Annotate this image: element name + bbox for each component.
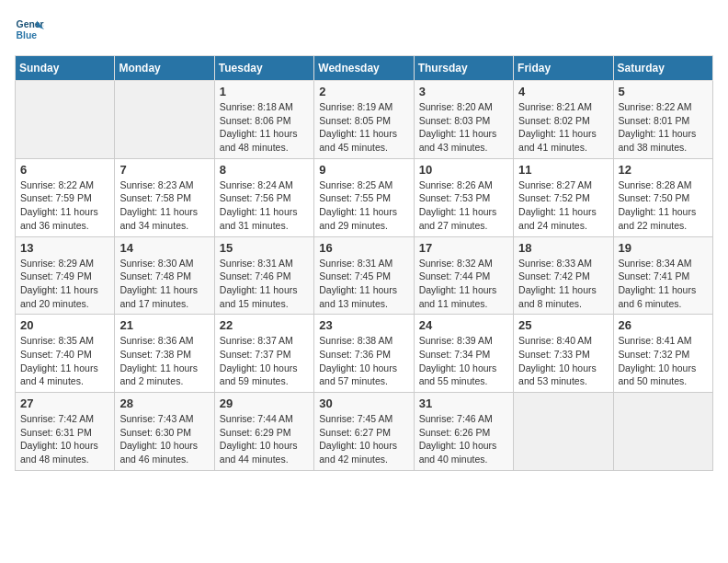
day-info: Sunrise: 8:26 AM Sunset: 7:53 PM Dayligh… [419,178,508,233]
day-number: 26 [619,318,708,332]
calendar-week-4: 20Sunrise: 8:35 AM Sunset: 7:40 PM Dayli… [16,315,713,393]
day-number: 8 [220,163,309,177]
logo-icon: General Blue [15,15,44,44]
calendar-cell: 31Sunrise: 7:46 AM Sunset: 6:26 PM Dayli… [414,393,513,471]
day-number: 22 [220,318,309,332]
day-number: 25 [518,318,608,332]
day-info: Sunrise: 8:33 AM Sunset: 7:42 PM Dayligh… [518,257,608,311]
day-number: 18 [518,241,608,255]
svg-text:Blue: Blue [17,30,38,40]
day-number: 29 [220,396,309,410]
day-info: Sunrise: 8:22 AM Sunset: 8:01 PM Dayligh… [619,100,708,155]
column-header-tuesday: Tuesday [214,56,313,81]
day-info: Sunrise: 7:46 AM Sunset: 6:26 PM Dayligh… [419,412,508,466]
calendar-week-1: 1Sunrise: 8:18 AM Sunset: 8:06 PM Daylig… [16,81,713,159]
day-number: 14 [119,241,209,255]
day-info: Sunrise: 8:31 AM Sunset: 7:46 PM Dayligh… [220,257,309,311]
calendar-cell: 22Sunrise: 8:37 AM Sunset: 7:37 PM Dayli… [214,315,313,393]
day-number: 6 [20,163,109,177]
calendar-cell: 12Sunrise: 8:28 AM Sunset: 7:50 PM Dayli… [613,158,712,236]
calendar-week-2: 6Sunrise: 8:22 AM Sunset: 7:59 PM Daylig… [16,158,713,236]
day-number: 23 [319,318,408,332]
day-info: Sunrise: 8:18 AM Sunset: 8:06 PM Dayligh… [220,100,309,155]
calendar-cell: 6Sunrise: 8:22 AM Sunset: 7:59 PM Daylig… [16,158,115,236]
day-info: Sunrise: 8:31 AM Sunset: 7:45 PM Dayligh… [319,257,408,311]
calendar-cell: 13Sunrise: 8:29 AM Sunset: 7:49 PM Dayli… [16,236,115,315]
calendar-cell: 9Sunrise: 8:25 AM Sunset: 7:55 PM Daylig… [314,158,414,236]
calendar-cell: 19Sunrise: 8:34 AM Sunset: 7:41 PM Dayli… [613,236,712,315]
calendar-cell [115,81,214,159]
calendar-cell: 27Sunrise: 7:42 AM Sunset: 6:31 PM Dayli… [16,393,115,471]
column-header-thursday: Thursday [414,56,513,81]
day-number: 20 [20,318,109,332]
logo: General Blue [15,15,44,44]
calendar-cell: 18Sunrise: 8:33 AM Sunset: 7:42 PM Dayli… [514,236,613,315]
day-info: Sunrise: 8:34 AM Sunset: 7:41 PM Dayligh… [619,257,708,311]
day-number: 9 [319,163,408,177]
day-info: Sunrise: 8:30 AM Sunset: 7:48 PM Dayligh… [119,257,209,311]
page-header: General Blue [15,15,713,44]
day-number: 21 [119,318,209,332]
calendar-cell: 10Sunrise: 8:26 AM Sunset: 7:53 PM Dayli… [414,158,513,236]
calendar-cell [16,81,115,159]
day-number: 16 [319,241,408,255]
calendar-cell: 24Sunrise: 8:39 AM Sunset: 7:34 PM Dayli… [414,315,513,393]
calendar-cell: 23Sunrise: 8:38 AM Sunset: 7:36 PM Dayli… [314,315,414,393]
day-info: Sunrise: 8:32 AM Sunset: 7:44 PM Dayligh… [419,257,508,311]
day-number: 13 [20,241,109,255]
day-info: Sunrise: 8:41 AM Sunset: 7:32 PM Dayligh… [619,334,708,388]
day-number: 30 [319,396,408,410]
day-info: Sunrise: 8:36 AM Sunset: 7:38 PM Dayligh… [119,334,209,388]
day-info: Sunrise: 8:23 AM Sunset: 7:58 PM Dayligh… [119,178,209,233]
day-info: Sunrise: 8:19 AM Sunset: 8:05 PM Dayligh… [319,100,408,155]
day-number: 11 [518,163,608,177]
calendar-cell [613,393,712,471]
day-info: Sunrise: 8:39 AM Sunset: 7:34 PM Dayligh… [419,334,508,388]
calendar-cell: 3Sunrise: 8:20 AM Sunset: 8:03 PM Daylig… [414,81,513,159]
day-number: 5 [619,85,708,98]
day-info: Sunrise: 8:29 AM Sunset: 7:49 PM Dayligh… [20,257,109,311]
day-number: 3 [419,85,508,98]
day-number: 28 [119,396,209,410]
calendar-cell: 20Sunrise: 8:35 AM Sunset: 7:40 PM Dayli… [16,315,115,393]
day-info: Sunrise: 8:21 AM Sunset: 8:02 PM Dayligh… [518,100,608,155]
column-header-wednesday: Wednesday [314,56,414,81]
day-info: Sunrise: 8:22 AM Sunset: 7:59 PM Dayligh… [20,178,109,233]
day-number: 2 [319,85,408,98]
calendar-cell: 1Sunrise: 8:18 AM Sunset: 8:06 PM Daylig… [214,81,313,159]
day-number: 10 [419,163,508,177]
day-number: 15 [220,241,309,255]
calendar-week-5: 27Sunrise: 7:42 AM Sunset: 6:31 PM Dayli… [16,393,713,471]
day-info: Sunrise: 8:37 AM Sunset: 7:37 PM Dayligh… [220,334,309,388]
calendar-cell: 8Sunrise: 8:24 AM Sunset: 7:56 PM Daylig… [214,158,313,236]
column-header-monday: Monday [115,56,214,81]
day-info: Sunrise: 8:25 AM Sunset: 7:55 PM Dayligh… [319,178,408,233]
day-info: Sunrise: 8:20 AM Sunset: 8:03 PM Dayligh… [419,100,508,155]
calendar-cell: 4Sunrise: 8:21 AM Sunset: 8:02 PM Daylig… [514,81,613,159]
day-info: Sunrise: 8:35 AM Sunset: 7:40 PM Dayligh… [20,334,109,388]
calendar-cell: 29Sunrise: 7:44 AM Sunset: 6:29 PM Dayli… [214,393,313,471]
day-number: 27 [20,396,109,410]
day-info: Sunrise: 8:24 AM Sunset: 7:56 PM Dayligh… [220,178,309,233]
day-number: 4 [518,85,608,98]
day-number: 12 [619,163,708,177]
calendar-cell: 7Sunrise: 8:23 AM Sunset: 7:58 PM Daylig… [115,158,214,236]
day-number: 24 [419,318,508,332]
day-info: Sunrise: 8:38 AM Sunset: 7:36 PM Dayligh… [319,334,408,388]
day-number: 17 [419,241,508,255]
calendar-cell: 21Sunrise: 8:36 AM Sunset: 7:38 PM Dayli… [115,315,214,393]
calendar-table: SundayMondayTuesdayWednesdayThursdayFrid… [15,55,713,471]
calendar-cell [514,393,613,471]
day-info: Sunrise: 7:43 AM Sunset: 6:30 PM Dayligh… [119,412,209,466]
calendar-cell: 17Sunrise: 8:32 AM Sunset: 7:44 PM Dayli… [414,236,513,315]
calendar-cell: 2Sunrise: 8:19 AM Sunset: 8:05 PM Daylig… [314,81,414,159]
calendar-cell: 5Sunrise: 8:22 AM Sunset: 8:01 PM Daylig… [613,81,712,159]
column-header-friday: Friday [514,56,613,81]
calendar-cell: 28Sunrise: 7:43 AM Sunset: 6:30 PM Dayli… [115,393,214,471]
day-info: Sunrise: 7:44 AM Sunset: 6:29 PM Dayligh… [220,412,309,466]
day-info: Sunrise: 7:42 AM Sunset: 6:31 PM Dayligh… [20,412,109,466]
calendar-cell: 14Sunrise: 8:30 AM Sunset: 7:48 PM Dayli… [115,236,214,315]
day-info: Sunrise: 8:27 AM Sunset: 7:52 PM Dayligh… [518,178,608,233]
calendar-cell: 30Sunrise: 7:45 AM Sunset: 6:27 PM Dayli… [314,393,414,471]
calendar-cell: 11Sunrise: 8:27 AM Sunset: 7:52 PM Dayli… [514,158,613,236]
